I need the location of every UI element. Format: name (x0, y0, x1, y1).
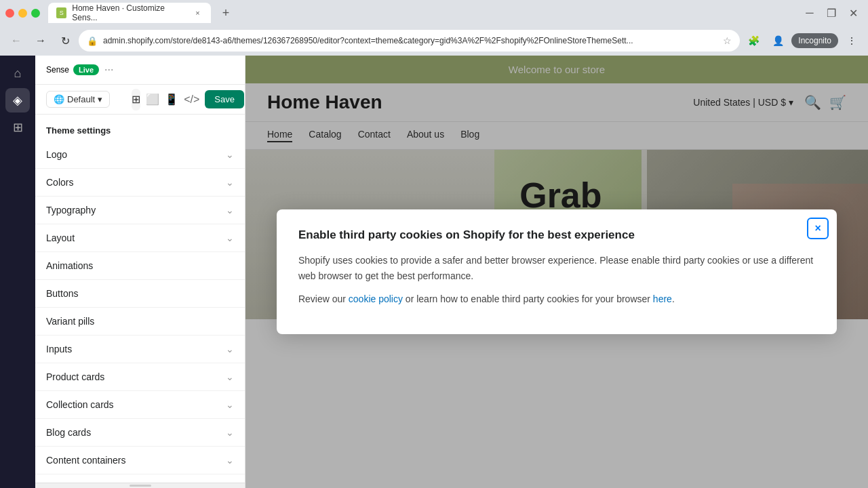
settings-item-blog-cards[interactable]: Blog cards (35, 419, 245, 447)
admin-apps-icon[interactable]: ⊞ (5, 115, 30, 140)
settings-item-blog-cards-label: Blog cards (46, 427, 226, 438)
url-text: admin.shopify.com/store/de8143-a6/themes… (103, 36, 717, 45)
admin-themes-icon[interactable]: ◈ (5, 88, 30, 113)
tab-title: Home Haven · Customize Sens... (72, 3, 186, 22)
settings-panel: Theme settings Logo Colors Typography La… (35, 115, 245, 483)
settings-item-product-cards[interactable]: Product cards (35, 363, 245, 391)
settings-item-colors-label: Colors (46, 177, 226, 188)
section-title: Theme settings (35, 115, 245, 141)
modal-close-btn[interactable]: × (807, 218, 829, 239)
store-badge: Sense Live (46, 64, 99, 75)
store-name: Sense (46, 65, 69, 75)
live-badge: Live (73, 64, 99, 75)
chevron-product-cards-icon (226, 371, 234, 382)
settings-item-content-containers-label: Content containers (46, 455, 226, 466)
restore-btn[interactable]: ❐ (822, 3, 841, 22)
settings-item-inputs[interactable]: Inputs (35, 336, 245, 363)
settings-item-logo-label: Logo (46, 149, 226, 160)
chevron-colors-icon (226, 177, 234, 188)
chevron-typography-icon (226, 205, 234, 216)
save-btn[interactable]: Save (205, 90, 244, 108)
settings-item-animations-label: Animations (46, 260, 234, 271)
chevron-layout-icon (226, 232, 234, 243)
settings-item-buttons-label: Buttons (46, 288, 234, 299)
incognito-btn[interactable]: Incognito (791, 33, 838, 48)
settings-item-typography[interactable]: Typography (35, 197, 245, 224)
preview-area: Welcome to our store Home Haven United S… (245, 56, 868, 488)
minimize-btn[interactable]: ─ (800, 3, 819, 22)
modal-body-prefix: Review our (298, 293, 349, 304)
settings-item-logo[interactable]: Logo (35, 141, 245, 169)
modal-body-2: Review our cookie policy or learn how to… (298, 291, 815, 306)
settings-item-inputs-label: Inputs (46, 344, 226, 354)
tab-favicon: S (56, 7, 66, 18)
resize-handle[interactable] (35, 483, 245, 488)
theme-header: Sense Live ··· (35, 56, 245, 85)
settings-item-collection-cards[interactable]: Collection cards (35, 391, 245, 419)
new-tab-btn[interactable]: + (216, 3, 235, 22)
window-min-btn[interactable] (18, 9, 27, 18)
extensions-btn[interactable]: 🧩 (743, 30, 764, 52)
chevron-inputs-icon (226, 344, 234, 354)
here-link[interactable]: here (653, 293, 672, 304)
bookmark-icon[interactable]: ☆ (723, 35, 732, 46)
globe-icon: 🌐 (54, 94, 64, 104)
modal-body-1: Shopify uses cookies to provide a safer … (298, 253, 815, 283)
settings-item-product-cards-label: Product cards (46, 371, 226, 382)
admin-home-icon[interactable]: ⌂ (5, 61, 30, 85)
chevron-content-containers-icon (226, 455, 234, 466)
chevron-collection-cards-icon (226, 399, 234, 410)
window-close-btn[interactable] (5, 9, 14, 18)
lock-icon: 🔒 (87, 36, 98, 46)
settings-item-variant-pills[interactable]: Variant pills (35, 308, 245, 336)
default-label: Default (67, 94, 95, 104)
settings-item-animations[interactable]: Animations (35, 252, 245, 280)
theme-options-btn[interactable]: ··· (104, 64, 113, 76)
modal-overlay: × Enable third party cookies on Shopify … (245, 56, 868, 488)
settings-item-collection-cards-label: Collection cards (46, 399, 226, 410)
chevron-logo-icon (226, 149, 234, 160)
desktop-viewport-btn[interactable]: ⊞ (132, 89, 140, 110)
modal-body-suffix: . (672, 293, 675, 304)
modal-body-mid: or learn how to enable third party cooki… (403, 293, 653, 304)
settings-item-typography-label: Typography (46, 205, 226, 216)
settings-item-colors[interactable]: Colors (35, 169, 245, 197)
chevron-down-icon: ▾ (98, 94, 102, 104)
mobile-viewport-btn[interactable]: 📱 (165, 89, 178, 110)
profile-btn[interactable]: 👤 (767, 30, 789, 52)
cookie-policy-link[interactable]: cookie policy (349, 293, 403, 304)
window-max-btn[interactable] (31, 9, 40, 18)
address-bar[interactable]: 🔒 admin.shopify.com/store/de8143-a6/them… (79, 30, 740, 52)
cookie-modal: × Enable third party cookies on Shopify … (277, 209, 837, 333)
settings-item-variant-pills-label: Variant pills (46, 316, 234, 327)
default-selector[interactable]: 🌐 Default ▾ (46, 91, 110, 108)
theme-topbar: 🌐 Default ▾ ⊞ ⬜ 📱 </> Save (35, 85, 245, 115)
settings-item-layout-label: Layout (46, 232, 226, 243)
reload-btn[interactable]: ↻ (54, 30, 76, 52)
admin-sidebar: ⌂ ◈ ⊞ (0, 56, 35, 488)
close-btn[interactable]: ✕ (844, 3, 863, 22)
tablet-viewport-btn[interactable]: ⬜ (146, 89, 159, 110)
settings-item-content-containers[interactable]: Content containers (35, 447, 245, 474)
browser-tab[interactable]: S Home Haven · Customize Sens... × (48, 3, 211, 23)
menu-btn[interactable]: ⋮ (841, 30, 863, 52)
forward-nav-btn[interactable]: → (30, 30, 52, 52)
code-viewport-btn[interactable]: </> (184, 89, 199, 110)
modal-title: Enable third party cookies on Shopify fo… (298, 228, 815, 242)
resize-grip (130, 485, 151, 487)
chevron-blog-cards-icon (226, 427, 234, 438)
theme-panel: Sense Live ··· 🌐 Default ▾ ⊞ ⬜ 📱 </> Sav… (35, 56, 245, 488)
settings-item-buttons[interactable]: Buttons (35, 280, 245, 308)
settings-item-layout[interactable]: Layout (35, 224, 245, 252)
tab-close-btn[interactable]: × (193, 7, 203, 18)
back-nav-btn[interactable]: ← (5, 30, 27, 52)
